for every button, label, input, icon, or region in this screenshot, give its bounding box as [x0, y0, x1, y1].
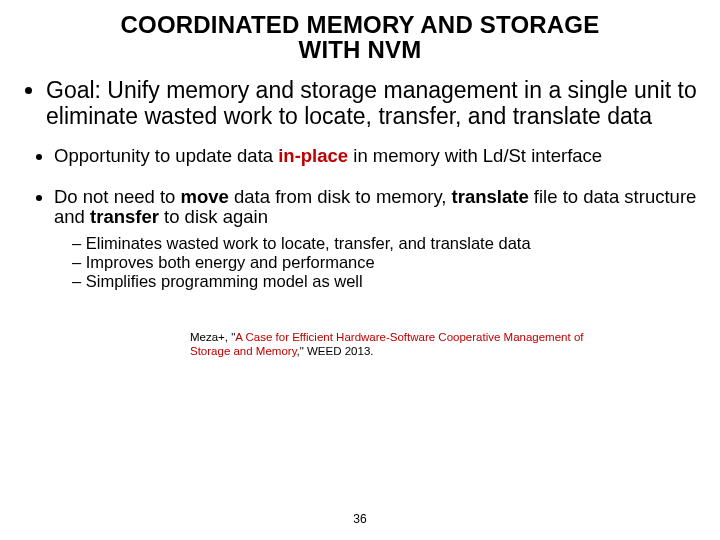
opp-inplace: in-place	[278, 145, 348, 166]
bullet-list-top: Goal: Unify memory and storage managemen…	[20, 78, 700, 130]
citation: Meza+, "A Case for Efficient Hardware-So…	[190, 331, 590, 359]
bullet-opportunity: Opportunity to update data in-place in m…	[54, 146, 700, 167]
bullet-list-sub: Opportunity to update data in-place in m…	[20, 146, 700, 291]
page-number: 36	[0, 512, 720, 526]
dnn-1: Do not need to	[54, 186, 181, 207]
dnn-translate: translate	[452, 186, 529, 207]
opp-pre: Opportunity to update data	[54, 145, 278, 166]
dash-improves: Improves both energy and performance	[72, 253, 700, 272]
dash-list: Eliminates wasted work to locate, transf…	[54, 234, 700, 291]
slide-container: COORDINATED MEMORY AND STORAGE WITH NVM …	[0, 0, 720, 540]
bullet-donotneed: Do not need to move data from disk to me…	[54, 187, 700, 291]
citation-tail: ," WEED 2013.	[297, 345, 374, 357]
citation-lead: Meza+, "	[190, 331, 235, 343]
dnn-move: move	[181, 186, 229, 207]
dnn-4: to disk again	[159, 206, 268, 227]
dash-eliminates: Eliminates wasted work to locate, transf…	[72, 234, 700, 253]
title-line-2: WITH NVM	[299, 36, 422, 63]
dash-simplifies: Simplifies programming model as well	[72, 272, 700, 291]
dnn-2: data from disk to memory,	[229, 186, 452, 207]
dnn-transfer: transfer	[90, 206, 159, 227]
citation-title: A Case for Efficient Hardware-Software C…	[190, 331, 583, 357]
bullet-goal: Goal: Unify memory and storage managemen…	[46, 78, 700, 130]
title-line-1: COORDINATED MEMORY AND STORAGE	[121, 11, 600, 38]
slide-title: COORDINATED MEMORY AND STORAGE WITH NVM	[60, 12, 660, 62]
opp-post: in memory with Ld/St interface	[348, 145, 602, 166]
